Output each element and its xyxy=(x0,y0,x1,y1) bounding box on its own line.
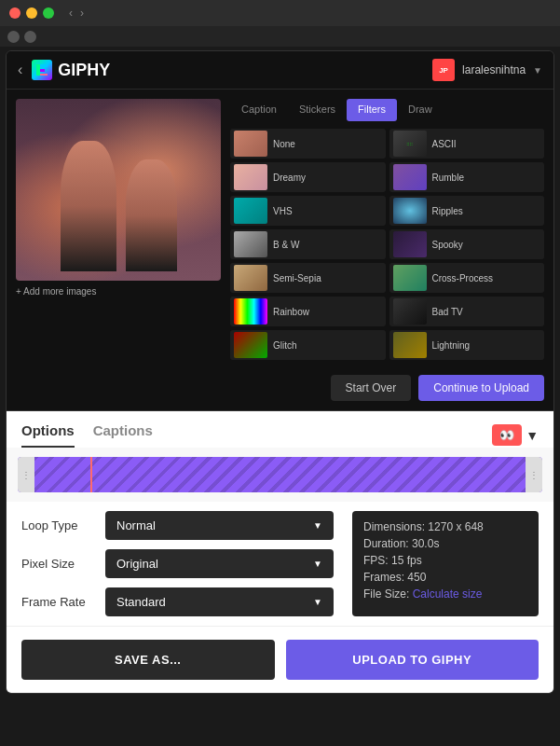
save-as-button[interactable]: SAVE AS... xyxy=(21,640,275,680)
tab-caption[interactable]: Caption xyxy=(230,99,288,121)
filter-lightning[interactable]: Lightning xyxy=(389,330,545,360)
upload-button[interactable]: UPLOAD TO GIPHY xyxy=(286,640,540,680)
timeline-handle-right[interactable]: ⋮ xyxy=(526,457,542,492)
tab-chevron-icon[interactable]: ▼ xyxy=(526,428,539,443)
loop-type-arrow-icon: ▼ xyxy=(313,520,322,531)
svg-rect-3 xyxy=(40,74,48,76)
filter-label-spooky: Spooky xyxy=(432,240,463,250)
filter-label-badtv: Bad TV xyxy=(432,307,463,317)
filter-ascii[interactable]: :::: ASCII xyxy=(389,129,545,159)
filter-thumb-none xyxy=(234,131,267,157)
frame-rate-arrow-icon: ▼ xyxy=(313,597,322,607)
tab-options[interactable]: Options xyxy=(21,422,75,448)
image-placeholder xyxy=(16,99,221,281)
close-button[interactable] xyxy=(9,7,20,19)
timeline-playhead xyxy=(90,457,92,492)
file-size-label: File Size: xyxy=(363,587,413,601)
pixel-size-arrow-icon: ▼ xyxy=(313,559,322,569)
tab-icons xyxy=(7,31,36,43)
add-more-images[interactable]: + Add more images xyxy=(16,286,221,297)
pixel-size-label: Pixel Size xyxy=(21,557,96,571)
svg-rect-2 xyxy=(40,69,45,72)
filter-bw[interactable]: B & W xyxy=(230,229,386,259)
image-panel: + Add more images xyxy=(16,99,221,360)
filter-thumb-glitch xyxy=(234,332,267,358)
filter-rumble[interactable]: Rumble xyxy=(389,162,545,192)
info-panel: Dimensions: 1270 x 648 Duration: 30.0s F… xyxy=(352,511,539,616)
tab-captions[interactable]: Captions xyxy=(93,422,153,448)
filter-semisepia[interactable]: Semi-Sepia xyxy=(230,263,386,293)
filter-label-lightning: Lightning xyxy=(432,340,471,351)
filter-thumb-dreamy xyxy=(234,164,267,190)
filter-badtv[interactable]: Bad TV xyxy=(389,297,545,326)
tab-bar xyxy=(0,26,560,47)
filter-crossprocess[interactable]: Cross-Process xyxy=(389,263,545,293)
filter-label-semisepia: Semi-Sepia xyxy=(273,273,321,283)
user-avatar: JP xyxy=(432,59,455,81)
main-image xyxy=(16,99,221,281)
loop-type-label: Loop Type xyxy=(21,518,96,532)
filter-dreamy[interactable]: Dreamy xyxy=(230,162,386,192)
options-controls: Loop Type Normal ▼ Pixel Size Original ▼… xyxy=(7,502,553,626)
filter-label-bw: B & W xyxy=(273,240,299,250)
filter-none[interactable]: None xyxy=(230,129,386,159)
frame-rate-select[interactable]: Standard ▼ xyxy=(105,587,334,616)
timeline-handle-left[interactable]: ⋮ xyxy=(18,457,34,492)
eyes-button[interactable]: 👀 xyxy=(492,424,522,446)
svg-rect-0 xyxy=(36,64,40,76)
filter-spooky[interactable]: Spooky xyxy=(389,229,545,259)
filter-thumb-semisepia xyxy=(234,265,267,291)
tab-circle-2 xyxy=(24,31,36,43)
filter-vhs[interactable]: VHS xyxy=(230,196,386,226)
handle-right-icon: ⋮ xyxy=(529,470,539,480)
giphy-topbar: ‹ GIPHY JP laralesnihtna ▼ xyxy=(7,51,553,90)
info-duration: Duration: 30.0s xyxy=(363,537,527,550)
filter-rainbow[interactable]: Rainbow xyxy=(230,297,386,326)
continue-button[interactable]: Continue to Upload xyxy=(418,375,544,401)
tab-stickers[interactable]: Stickers xyxy=(288,99,347,121)
controls-left: Loop Type Normal ▼ Pixel Size Original ▼… xyxy=(21,511,334,616)
user-dropdown-icon[interactable]: ▼ xyxy=(533,65,542,76)
giphy-logo: GIPHY xyxy=(32,60,110,80)
content-area: + Add more images Caption Stickers Filte… xyxy=(7,90,553,369)
eyes-icon: 👀 xyxy=(499,428,514,442)
filter-thumb-ripples xyxy=(393,198,427,224)
maximize-button[interactable] xyxy=(43,7,54,19)
figure-group xyxy=(16,99,221,281)
svg-rect-1 xyxy=(40,64,48,67)
minimize-button[interactable] xyxy=(26,7,37,19)
title-bar: ‹ › xyxy=(0,0,560,26)
filter-thumb-ascii: :::: xyxy=(393,131,427,157)
info-fps: FPS: 15 fps xyxy=(363,554,527,567)
filter-ripples[interactable]: Ripples xyxy=(389,196,545,226)
filters-panel: Caption Stickers Filters Draw None :::: … xyxy=(230,99,544,360)
frame-rate-value: Standard xyxy=(116,595,166,609)
timeline-section: ⋮ ⋮ xyxy=(7,448,553,502)
frame-rate-label: Frame Rate xyxy=(21,595,96,609)
timeline-stripe xyxy=(34,457,526,492)
calculate-size-link[interactable]: Calculate size xyxy=(413,587,483,601)
filter-thumb-rumble xyxy=(393,164,427,190)
back-nav-icon[interactable]: ‹ xyxy=(67,7,75,20)
back-arrow-icon[interactable]: ‹ xyxy=(18,62,22,78)
filter-thumb-spooky xyxy=(393,231,427,257)
filter-glitch[interactable]: Glitch xyxy=(230,330,386,360)
username: laralesnihtna xyxy=(462,63,526,76)
filter-label-crossprocess: Cross-Process xyxy=(432,273,494,283)
tab-draw[interactable]: Draw xyxy=(397,99,444,121)
forward-nav-icon[interactable]: › xyxy=(78,7,86,20)
info-dimensions: Dimensions: 1270 x 648 xyxy=(363,520,527,533)
loop-type-select[interactable]: Normal ▼ xyxy=(105,511,334,540)
handle-left-icon: ⋮ xyxy=(21,470,31,480)
tab-filters[interactable]: Filters xyxy=(347,99,397,121)
loop-type-row: Loop Type Normal ▼ xyxy=(21,511,334,540)
pixel-size-select[interactable]: Original ▼ xyxy=(105,549,334,578)
filter-label-rumble: Rumble xyxy=(432,173,464,183)
start-over-button[interactable]: Start Over xyxy=(331,375,412,401)
filters-grid: None :::: ASCII Dreamy Rumble VHS xyxy=(230,129,544,360)
filter-label-glitch: Glitch xyxy=(273,340,297,351)
filter-thumb-vhs xyxy=(234,198,267,224)
browser-controls: ‹ › xyxy=(67,7,86,20)
figure-2 xyxy=(126,159,177,271)
filter-label-ripples: Ripples xyxy=(432,206,463,216)
